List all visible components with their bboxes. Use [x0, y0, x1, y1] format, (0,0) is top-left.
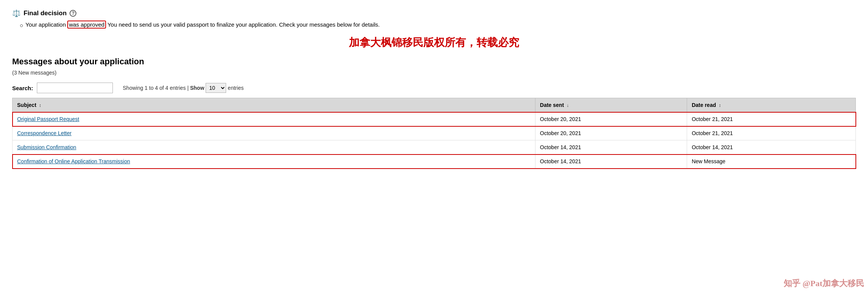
table-controls: Search: Showing 1 to 4 of 4 entries | Sh… — [12, 83, 856, 93]
col-subject[interactable]: Subject ↕ — [13, 98, 535, 112]
decision-text: Your application was approved You need t… — [25, 21, 380, 28]
table-row: Submission ConfirmationOctober 14, 2021O… — [13, 140, 856, 154]
cell-date-read: October 21, 2021 — [687, 112, 856, 126]
approved-highlight: was approved — [67, 21, 106, 29]
final-decision-header: ⚖️ Final decision ? — [12, 9, 856, 18]
search-label: Search: — [12, 85, 33, 91]
new-messages-count: (3 New messages) — [12, 70, 856, 76]
sort-date-sent-icon[interactable]: ↓ — [567, 103, 569, 108]
entries-info: Showing 1 to 4 of 4 entries | Show 10 25… — [123, 83, 244, 93]
watermark-text: 加拿大枫锦移民版权所有，转载必究 — [12, 35, 856, 50]
show-select[interactable]: 10 25 50 100 — [206, 83, 226, 93]
subject-link[interactable]: Submission Confirmation — [17, 144, 76, 150]
entries-label: entries — [228, 85, 244, 91]
cell-date-sent: October 14, 2021 — [535, 154, 687, 169]
show-strong: Show — [190, 85, 204, 91]
final-decision-body: ○ Your application was approved You need… — [20, 21, 856, 29]
subject-link[interactable]: Original Passport Request — [17, 116, 79, 122]
cell-date-sent: October 14, 2021 — [535, 140, 687, 154]
scales-icon: ⚖️ — [12, 9, 21, 18]
col-date-read[interactable]: Date read ↕ — [687, 98, 856, 112]
entries-info-before: Showing 1 to 4 of 4 entries | — [123, 85, 190, 91]
table-row: Original Passport RequestOctober 20, 202… — [13, 112, 856, 126]
cell-subject: Original Passport Request — [13, 112, 535, 126]
sort-subject-icon[interactable]: ↕ — [39, 103, 41, 108]
decision-text-before: Your application — [25, 21, 67, 28]
cell-subject: Correspondence Letter — [13, 126, 535, 140]
col-date-sent[interactable]: Date sent ↓ — [535, 98, 687, 112]
help-icon[interactable]: ? — [70, 10, 76, 17]
bullet-dot: ○ — [20, 22, 23, 29]
cell-date-sent: October 20, 2021 — [535, 126, 687, 140]
cell-date-sent: October 20, 2021 — [535, 112, 687, 126]
table-header-row: Subject ↕ Date sent ↓ Date read ↕ — [13, 98, 856, 112]
sort-date-read-icon[interactable]: ↕ — [719, 103, 721, 108]
search-input[interactable] — [37, 83, 113, 93]
cell-date-read: October 14, 2021 — [687, 140, 856, 154]
table-row: Correspondence LetterOctober 20, 2021Oct… — [13, 126, 856, 140]
table-row: Confirmation of Online Application Trans… — [13, 154, 856, 169]
subject-link[interactable]: Confirmation of Online Application Trans… — [17, 158, 130, 164]
messages-title: Messages about your application — [12, 57, 856, 67]
subject-link[interactable]: Correspondence Letter — [17, 130, 71, 136]
decision-bullet: ○ Your application was approved You need… — [20, 21, 856, 29]
final-decision-title: Final decision — [24, 10, 67, 17]
messages-table: Subject ↕ Date sent ↓ Date read ↕ Origin… — [12, 98, 856, 169]
messages-section: Messages about your application (3 New m… — [12, 57, 856, 169]
cell-subject: Confirmation of Online Application Trans… — [13, 154, 535, 169]
decision-text-after: You need to send us your valid passport … — [106, 21, 380, 28]
cell-date-read: October 21, 2021 — [687, 126, 856, 140]
cell-subject: Submission Confirmation — [13, 140, 535, 154]
cell-date-read: New Message — [687, 154, 856, 169]
